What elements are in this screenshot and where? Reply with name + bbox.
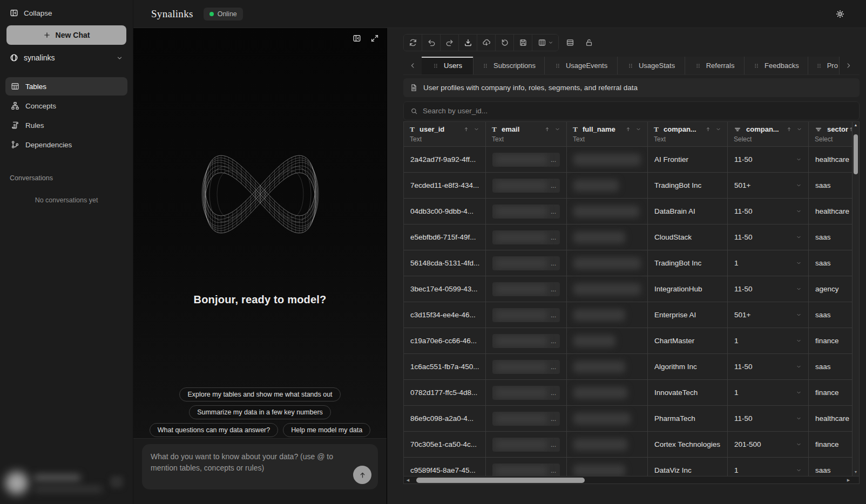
cell-company-size[interactable]: 1 bbox=[728, 380, 809, 406]
cell-user_id[interactable]: 04db3c00-9dbb-4... bbox=[404, 199, 486, 224]
column-menu-icon[interactable] bbox=[473, 126, 479, 132]
cell-company-size[interactable]: 501+ bbox=[728, 302, 809, 328]
cell-company[interactable]: IntegrationHub bbox=[648, 276, 728, 302]
cell-email[interactable]: ... bbox=[486, 250, 567, 276]
cell-company[interactable]: ChartMaster bbox=[648, 328, 728, 354]
cell-sector[interactable]: saas bbox=[809, 302, 853, 328]
cell-email[interactable]: ... bbox=[486, 276, 567, 302]
cell-company[interactable]: InnovateTech bbox=[648, 380, 728, 406]
scroll-left-arrow[interactable]: ◀ bbox=[404, 478, 412, 482]
cell-full_name[interactable] bbox=[567, 328, 648, 354]
cell-user_id[interactable]: 70c305e1-ca50-4c... bbox=[404, 432, 486, 458]
cell-email[interactable]: ... bbox=[486, 302, 567, 328]
cell-email[interactable]: ... bbox=[486, 173, 567, 199]
cell-full_name[interactable] bbox=[567, 199, 648, 224]
save-button[interactable] bbox=[514, 35, 532, 51]
cell-sector[interactable]: finance bbox=[809, 432, 853, 458]
cell-user_id[interactable]: 1c6ac551-fb7a-450... bbox=[404, 354, 486, 380]
cell-full_name[interactable] bbox=[567, 276, 648, 302]
tabs-prev-button[interactable] bbox=[403, 57, 422, 74]
sidebar-item-concepts[interactable]: Concepts bbox=[5, 97, 127, 115]
cell-user_id[interactable]: 3bec17e4-0599-43... bbox=[404, 276, 486, 302]
cell-company-size[interactable]: 201-500 bbox=[728, 432, 809, 458]
cell-user_id[interactable]: c3d15f34-ee4e-46... bbox=[404, 302, 486, 328]
download-button[interactable] bbox=[459, 35, 477, 51]
cell-user_id[interactable]: c19a70e6-cc66-46... bbox=[404, 328, 486, 354]
cell-sector[interactable]: agency bbox=[809, 276, 853, 302]
cell-sector[interactable]: finance bbox=[809, 380, 853, 406]
cell-company[interactable]: TradingBot Inc bbox=[648, 173, 728, 199]
sidebar-item-dependencies[interactable]: Dependencies bbox=[5, 135, 127, 154]
column-menu-icon[interactable] bbox=[635, 126, 641, 132]
sort-ascending-icon[interactable] bbox=[463, 126, 469, 132]
cell-company-size[interactable]: 1 bbox=[728, 328, 809, 354]
cell-email[interactable]: ... bbox=[486, 380, 567, 406]
sort-ascending-icon[interactable] bbox=[786, 126, 792, 132]
cell-user_id[interactable]: e5ebfbd6-715f-49f... bbox=[404, 224, 486, 250]
cell-email[interactable]: ... bbox=[486, 432, 567, 458]
column-header-compan[interactable]: compan...Select bbox=[728, 122, 809, 147]
cell-full_name[interactable] bbox=[567, 458, 648, 476]
cell-sector[interactable]: healthcare bbox=[809, 147, 853, 173]
cell-user_id[interactable]: 56148cda-5131-4fd... bbox=[404, 250, 486, 276]
search-input[interactable]: Search by user_id... bbox=[403, 101, 860, 120]
columns-button[interactable] bbox=[532, 35, 558, 51]
cell-company-size[interactable]: 501+ bbox=[728, 173, 809, 199]
redo-button[interactable] bbox=[441, 35, 459, 51]
sidebar-item-rules[interactable]: Rules bbox=[5, 116, 127, 134]
cell-company[interactable]: AI Frontier bbox=[648, 147, 728, 173]
cell-sector[interactable]: saas bbox=[809, 354, 853, 380]
horizontal-scrollbar[interactable]: ◀ ▶ bbox=[403, 476, 860, 484]
cell-company-size[interactable]: 11-50 bbox=[728, 147, 809, 173]
cell-company-size[interactable]: 11-50 bbox=[728, 199, 809, 224]
vertical-scrollbar[interactable]: ▲ ▼ bbox=[853, 122, 859, 476]
tab-feedbacks[interactable]: Feedbacks bbox=[745, 57, 808, 74]
cell-company[interactable]: Enterprise AI bbox=[648, 302, 728, 328]
column-header-user_id[interactable]: Tuser_idText bbox=[404, 122, 486, 147]
cell-company[interactable]: CloudStack bbox=[648, 224, 728, 250]
send-button[interactable] bbox=[353, 466, 371, 484]
cell-user_id[interactable]: 2a42ad7f-9a92-4ff... bbox=[404, 147, 486, 173]
cell-company[interactable]: PharmaTech bbox=[648, 406, 728, 432]
cell-sector[interactable]: finance bbox=[809, 328, 853, 354]
cell-email[interactable]: ... bbox=[486, 147, 567, 173]
theme-toggle-button[interactable] bbox=[836, 10, 844, 18]
suggestion-chip[interactable]: Help me model my data bbox=[283, 423, 370, 437]
tab-referrals[interactable]: Referrals bbox=[685, 57, 745, 74]
cell-full_name[interactable] bbox=[567, 406, 648, 432]
new-chat-button[interactable]: New Chat bbox=[6, 25, 126, 45]
tab-pro[interactable]: Pro bbox=[808, 57, 840, 74]
undo-button[interactable] bbox=[422, 35, 441, 51]
vertical-scrollbar-thumb[interactable] bbox=[854, 134, 858, 174]
scroll-up-arrow[interactable]: ▲ bbox=[854, 122, 858, 128]
scroll-down-arrow[interactable]: ▼ bbox=[854, 469, 858, 475]
column-menu-icon[interactable] bbox=[796, 126, 802, 132]
cell-email[interactable]: ... bbox=[486, 458, 567, 476]
cell-email[interactable]: ... bbox=[486, 199, 567, 224]
column-menu-icon[interactable] bbox=[715, 126, 721, 132]
cell-company[interactable]: DataViz Inc bbox=[648, 458, 728, 476]
sort-ascending-icon[interactable] bbox=[848, 126, 853, 132]
cell-sector[interactable]: saas bbox=[809, 173, 853, 199]
cell-user_id[interactable]: 0782d177-ffc5-4d8... bbox=[404, 380, 486, 406]
cell-company[interactable]: Algorithm Inc bbox=[648, 354, 728, 380]
cell-user_id[interactable]: 86e9c098-a2a0-4... bbox=[404, 406, 486, 432]
cell-user_id[interactable]: 7ecded11-e8f3-434... bbox=[404, 173, 486, 199]
cell-company-size[interactable]: 1 bbox=[728, 250, 809, 276]
user-profile-area[interactable] bbox=[0, 461, 133, 504]
cell-email[interactable]: ... bbox=[486, 224, 567, 250]
horizontal-scrollbar-thumb[interactable] bbox=[416, 478, 585, 483]
rows-button[interactable] bbox=[566, 38, 574, 47]
chat-collapse-button[interactable] bbox=[353, 34, 361, 43]
column-header-sector[interactable]: sectorSelect bbox=[809, 122, 853, 147]
cell-company-size[interactable]: 11-50 bbox=[728, 224, 809, 250]
tab-usagestats[interactable]: UsageStats bbox=[618, 57, 685, 74]
tab-usageevents[interactable]: UsageEvents bbox=[545, 57, 618, 74]
cell-company[interactable]: TradingBot Inc bbox=[648, 250, 728, 276]
cell-full_name[interactable] bbox=[567, 354, 648, 380]
cell-full_name[interactable] bbox=[567, 147, 648, 173]
sidebar-item-tables[interactable]: Tables bbox=[5, 77, 127, 96]
column-header-email[interactable]: TemailText bbox=[486, 122, 567, 147]
tabs-next-button[interactable] bbox=[840, 57, 858, 74]
cell-company-size[interactable]: 11-50 bbox=[728, 406, 809, 432]
